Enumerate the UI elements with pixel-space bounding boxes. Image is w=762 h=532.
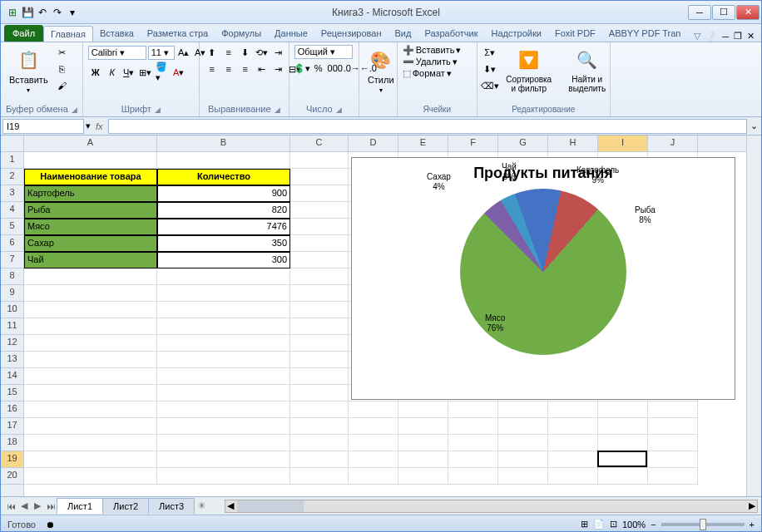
row-header-5[interactable]: 5 bbox=[1, 219, 23, 235]
copy-icon[interactable]: ⎘ bbox=[55, 62, 70, 76]
doc-restore-icon[interactable]: ❐ bbox=[734, 31, 742, 42]
tab-nav-first-icon[interactable]: ⏮ bbox=[4, 500, 17, 513]
find-select-button[interactable]: 🔍 Найти и выделить bbox=[561, 45, 614, 95]
cell-H16[interactable] bbox=[548, 401, 598, 418]
cell-I17[interactable] bbox=[598, 418, 648, 435]
cell-B10[interactable] bbox=[157, 302, 290, 318]
cell-C5[interactable] bbox=[290, 219, 349, 235]
cell-E20[interactable] bbox=[398, 468, 448, 485]
cell-A9[interactable] bbox=[24, 285, 157, 302]
cell-J18[interactable] bbox=[648, 435, 698, 451]
row-header-18[interactable]: 18 bbox=[1, 435, 23, 451]
cell-C11[interactable] bbox=[290, 318, 349, 335]
cell-B5[interactable]: 7476 bbox=[157, 219, 290, 235]
qat-dropdown-icon[interactable]: ▾ bbox=[66, 6, 79, 19]
sheet-tab-1[interactable]: Лист2 bbox=[102, 498, 149, 514]
undo-icon[interactable]: ↶ bbox=[36, 6, 49, 19]
italic-button[interactable]: К bbox=[105, 65, 120, 80]
border-button[interactable]: ⊞▾ bbox=[138, 65, 153, 80]
cell-I19[interactable] bbox=[598, 451, 648, 468]
cell-C4[interactable] bbox=[290, 202, 349, 219]
cell-C6[interactable] bbox=[290, 235, 349, 252]
delete-cells-button[interactable]: ➖ Удалить ▾ bbox=[403, 57, 458, 67]
cell-C12[interactable] bbox=[290, 335, 349, 352]
sheet-tab-2[interactable]: Лист3 bbox=[148, 498, 195, 514]
cell-A11[interactable] bbox=[24, 318, 157, 335]
embedded-chart[interactable]: Продукты питания Картофель9%Рыба8%Мясо76… bbox=[351, 157, 735, 400]
cell-H20[interactable] bbox=[548, 468, 598, 485]
zoom-level[interactable]: 100% bbox=[622, 520, 646, 530]
cell-A5[interactable]: Мясо bbox=[24, 219, 157, 235]
align-top-icon[interactable]: ⬆ bbox=[205, 45, 220, 60]
align-center-icon[interactable]: ≡ bbox=[221, 62, 236, 76]
cell-C14[interactable] bbox=[290, 368, 349, 385]
ribbon-tab-7[interactable]: Разработчик bbox=[418, 26, 484, 42]
sheet-tab-0[interactable]: Лист1 bbox=[57, 498, 103, 514]
cell-A17[interactable] bbox=[24, 418, 157, 435]
row-header-9[interactable]: 9 bbox=[1, 285, 23, 302]
cell-H18[interactable] bbox=[548, 435, 598, 451]
save-icon[interactable]: 💾 bbox=[21, 6, 34, 19]
cell-A4[interactable]: Рыба bbox=[24, 202, 157, 219]
row-header-16[interactable]: 16 bbox=[1, 401, 23, 418]
autosum-icon[interactable]: Σ▾ bbox=[482, 45, 497, 60]
row-header-4[interactable]: 4 bbox=[1, 202, 23, 219]
close-button[interactable]: ✕ bbox=[736, 5, 760, 20]
cell-E16[interactable] bbox=[398, 401, 448, 418]
cell-J17[interactable] bbox=[648, 418, 698, 435]
cell-B18[interactable] bbox=[157, 435, 290, 451]
row-header-19[interactable]: 19 bbox=[1, 451, 23, 468]
cell-C7[interactable] bbox=[290, 252, 349, 268]
cell-A1[interactable] bbox=[24, 152, 157, 169]
minimize-button[interactable]: ─ bbox=[688, 5, 711, 20]
cell-B6[interactable]: 350 bbox=[157, 235, 290, 252]
align-left-icon[interactable]: ≡ bbox=[205, 62, 220, 76]
cell-E17[interactable] bbox=[398, 418, 448, 435]
styles-button[interactable]: 🎨 Стили ▾ bbox=[364, 45, 398, 96]
paste-button[interactable]: 📋 Вставить ▾ bbox=[6, 45, 52, 96]
cell-B8[interactable] bbox=[157, 268, 290, 285]
formula-input[interactable] bbox=[108, 119, 747, 134]
ribbon-minimize-icon[interactable]: ▽ bbox=[694, 31, 700, 42]
cell-B14[interactable] bbox=[157, 368, 290, 385]
font-name-select[interactable]: Calibri ▾ bbox=[88, 46, 146, 60]
ribbon-tab-6[interactable]: Вид bbox=[388, 26, 418, 42]
cell-G19[interactable] bbox=[498, 451, 548, 468]
cell-B17[interactable] bbox=[157, 418, 290, 435]
cell-J16[interactable] bbox=[648, 401, 698, 418]
cell-A16[interactable] bbox=[24, 401, 157, 418]
row-header-20[interactable]: 20 bbox=[1, 468, 23, 485]
col-header-F[interactable]: F bbox=[448, 135, 498, 151]
cut-icon[interactable]: ✂ bbox=[55, 45, 70, 60]
col-header-D[interactable]: D bbox=[349, 135, 398, 151]
font-size-select[interactable]: 11 ▾ bbox=[148, 46, 175, 60]
cell-I18[interactable] bbox=[598, 435, 648, 451]
col-header-C[interactable]: C bbox=[290, 135, 349, 151]
col-header-B[interactable]: B bbox=[157, 135, 290, 151]
clear-icon[interactable]: ⌫▾ bbox=[482, 78, 497, 93]
tab-nav-prev-icon[interactable]: ◀ bbox=[17, 500, 31, 513]
row-header-7[interactable]: 7 bbox=[1, 252, 23, 268]
view-normal-icon[interactable]: ⊞ bbox=[581, 519, 588, 530]
cell-F17[interactable] bbox=[448, 418, 498, 435]
row-header-8[interactable]: 8 bbox=[1, 268, 23, 285]
cell-C20[interactable] bbox=[290, 468, 349, 485]
doc-minimize-icon[interactable]: ─ bbox=[722, 32, 729, 42]
cell-B7[interactable]: 300 bbox=[157, 252, 290, 268]
cell-B19[interactable] bbox=[157, 451, 290, 468]
align-bottom-icon[interactable]: ⬇ bbox=[238, 45, 253, 60]
cell-G16[interactable] bbox=[498, 401, 548, 418]
cell-B3[interactable]: 900 bbox=[157, 185, 290, 202]
cell-F19[interactable] bbox=[448, 451, 498, 468]
cell-A18[interactable] bbox=[24, 435, 157, 451]
fill-color-button[interactable]: 🪣▾ bbox=[155, 65, 170, 80]
col-header-E[interactable]: E bbox=[398, 135, 448, 151]
cell-A15[interactable] bbox=[24, 385, 157, 401]
cell-B1[interactable] bbox=[157, 152, 290, 169]
row-header-6[interactable]: 6 bbox=[1, 235, 23, 252]
cell-G20[interactable] bbox=[498, 468, 548, 485]
align-middle-icon[interactable]: ≡ bbox=[221, 45, 236, 60]
zoom-out-icon[interactable]: − bbox=[651, 520, 656, 530]
col-header-I[interactable]: I bbox=[598, 135, 648, 151]
tab-nav-last-icon[interactable]: ⏭ bbox=[44, 500, 57, 513]
